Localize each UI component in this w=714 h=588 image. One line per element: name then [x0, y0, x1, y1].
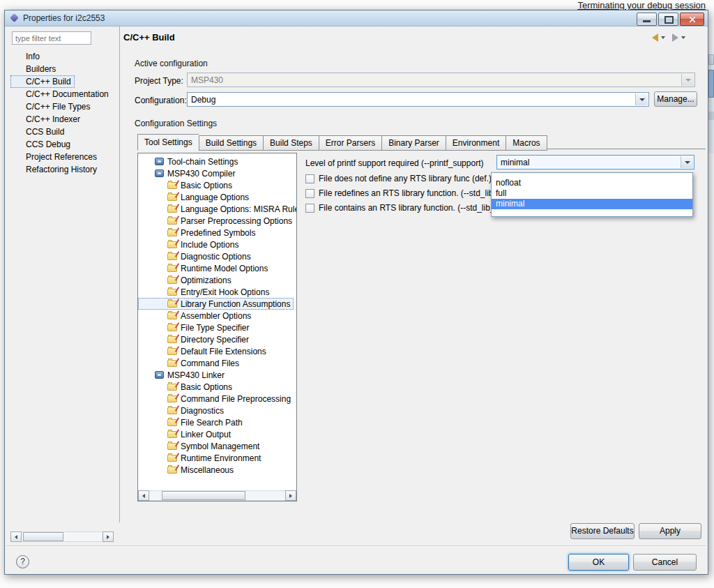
scrollbar-track[interactable]: [149, 490, 285, 501]
dropdown-option-minimal[interactable]: minimal: [492, 199, 692, 209]
panel-sash[interactable]: [119, 26, 120, 522]
tool-tree-item-entry-exit-hook-options[interactable]: Entry/Exit Hook Options: [138, 286, 296, 298]
footer-separator: [6, 545, 706, 547]
sidebar-horizontal-scrollbar[interactable]: [10, 532, 114, 542]
tool-tree-item-miscellaneous[interactable]: Miscellaneous: [138, 464, 296, 476]
tool-tree-item-tool-chain-settings[interactable]: Tool-chain Settings: [138, 156, 296, 167]
tool-tree-item-symbol-management[interactable]: Symbol Management: [138, 440, 296, 452]
tool-tree-item-command-files[interactable]: Command Files: [138, 357, 296, 369]
background-scrollbar-thumb[interactable]: [708, 70, 714, 98]
minimize-button-icon[interactable]: [637, 13, 657, 26]
tool-tree-item-msp430-linker[interactable]: MSP430 Linker: [138, 369, 296, 381]
sidebar-item-c-c-file-types[interactable]: C/C++ File Types: [10, 100, 93, 113]
scrollbar-thumb[interactable]: [23, 532, 63, 541]
sidebar-item-project-references[interactable]: Project References: [10, 151, 100, 163]
checkbox-row-1: File does not define any RTS library fun…: [305, 173, 499, 184]
tool-tree-item-runtime-model-options[interactable]: Runtime Model Options: [138, 262, 296, 274]
printf-support-label: Level of printf support required (--prin…: [305, 158, 483, 168]
close-button-icon[interactable]: [680, 13, 704, 26]
folder-icon: [167, 324, 177, 331]
dropdown-option-full[interactable]: full: [492, 188, 692, 199]
tool-tree-item-command-file-preprocessing[interactable]: Command File Preprocessing: [138, 393, 296, 405]
sidebar-item-c-c-documentation[interactable]: C/C++ Documentation: [10, 88, 112, 100]
scroll-right-icon[interactable]: [285, 490, 296, 501]
tab-environment[interactable]: Environment: [446, 135, 506, 151]
scrollbar-track[interactable]: [22, 532, 102, 542]
tool-tree-item-assembler-options[interactable]: Assembler Options: [138, 310, 296, 322]
tool-tree-item-language-options[interactable]: Language Options: [138, 191, 296, 203]
tool-tree-item-file-type-specifier[interactable]: File Type Specifier: [138, 322, 296, 333]
sidebar-item-refactoring-history[interactable]: Refactoring History: [10, 163, 100, 176]
folder-icon: [167, 395, 177, 402]
sidebar-item-ccs-debug[interactable]: CCS Debug: [10, 138, 74, 151]
tool-tree-item-library-function-assumptions[interactable]: Library Function Assumptions: [138, 298, 294, 310]
tool-tree-item-basic-options[interactable]: Basic Options: [138, 381, 296, 393]
folder-icon: [167, 443, 177, 450]
folder-icon: [167, 241, 177, 248]
sidebar-item-builders[interactable]: Builders: [10, 63, 59, 75]
tab-build-steps[interactable]: Build Steps: [263, 135, 319, 151]
sidebar-item-info[interactable]: Info: [10, 50, 43, 63]
scroll-left-icon[interactable]: [10, 532, 22, 542]
tree-horizontal-scrollbar[interactable]: [138, 490, 296, 501]
dropdown-option-nofloat[interactable]: nofloat: [492, 178, 692, 188]
tool-tree-item-file-search-path[interactable]: File Search Path: [138, 416, 296, 428]
tab-binary-parser[interactable]: Binary Parser: [381, 135, 446, 151]
tool-tree-item-runtime-environment[interactable]: Runtime Environment: [138, 452, 296, 464]
settings-tabs: Tool SettingsBuild SettingsBuild StepsEr…: [137, 134, 547, 151]
scroll-left-icon[interactable]: [138, 490, 149, 501]
sidebar-item-c-c-build[interactable]: C/C++ Build: [10, 75, 75, 88]
tab-build-settings[interactable]: Build Settings: [199, 135, 263, 151]
tool-tree-item-optimizations[interactable]: Optimizations: [138, 274, 296, 286]
folder-icon: [167, 348, 177, 355]
forward-menu-chevron-icon[interactable]: [681, 36, 685, 39]
back-icon[interactable]: [652, 33, 658, 42]
folder-icon: [167, 384, 177, 391]
chevron-down-icon[interactable]: [681, 156, 693, 168]
tool-tree-item-language-options-misra-rules[interactable]: Language Options: MISRA Rules: [138, 203, 296, 215]
checkbox-icon[interactable]: [305, 189, 314, 198]
folder-icon: [167, 194, 177, 201]
toolchain-icon: [155, 169, 164, 177]
forward-icon[interactable]: [672, 33, 678, 42]
tab-tool-settings[interactable]: Tool Settings: [137, 134, 199, 151]
tool-tree-item-directory-specifier[interactable]: Directory Specifier: [138, 333, 296, 345]
window-controls: [637, 13, 704, 26]
tool-tree-item-basic-options[interactable]: Basic Options: [138, 179, 296, 191]
sidebar-item-ccs-build[interactable]: CCS Build: [10, 126, 68, 138]
folder-icon: [167, 455, 177, 462]
filter-input[interactable]: [12, 31, 91, 45]
restore-defaults-button[interactable]: Restore Defaults: [570, 523, 635, 539]
title-bar[interactable]: Properties for i2c2553: [5, 10, 708, 27]
folder-icon: [167, 419, 177, 426]
manage-button[interactable]: Manage...: [654, 91, 697, 107]
scroll-right-icon[interactable]: [102, 532, 114, 542]
maximize-button-icon[interactable]: [658, 13, 678, 26]
tool-tree-item-include-options[interactable]: Include Options: [138, 239, 296, 250]
ok-button[interactable]: OK: [568, 554, 629, 571]
tool-tree-item-diagnostics[interactable]: Diagnostics: [138, 405, 296, 416]
printf-support-combo[interactable]: minimal: [496, 155, 694, 169]
tool-tree-item-msp430-compiler[interactable]: MSP430 Compiler: [138, 167, 296, 179]
sidebar-item-c-c-indexer[interactable]: C/C++ Indexer: [10, 113, 84, 126]
tab-error-parsers[interactable]: Error Parsers: [319, 135, 381, 151]
background-scrollbar-arrow[interactable]: [708, 54, 714, 65]
tool-tree-item-parser-preprocessing-options[interactable]: Parser Preprocessing Options: [138, 215, 296, 227]
checkbox-row-3: File contains an RTS library function. (…: [305, 202, 497, 213]
checkbox-icon[interactable]: [305, 204, 314, 213]
apply-button[interactable]: Apply: [639, 523, 701, 539]
cancel-button[interactable]: Cancel: [633, 554, 697, 571]
folder-icon: [167, 467, 177, 474]
tool-tree-item-linker-output[interactable]: Linker Output: [138, 428, 296, 440]
back-menu-chevron-icon[interactable]: [661, 36, 665, 39]
chevron-down-icon[interactable]: [635, 93, 648, 105]
tool-tree-item-diagnostic-options[interactable]: Diagnostic Options: [138, 250, 296, 262]
checkbox-icon[interactable]: [305, 174, 314, 183]
tool-tree-item-predefined-symbols[interactable]: Predefined Symbols: [138, 227, 296, 239]
printf-support-value: minimal: [501, 158, 680, 167]
help-button[interactable]: ?: [16, 555, 29, 568]
tab-macros[interactable]: Macros: [506, 135, 547, 151]
configuration-combo[interactable]: Debug: [187, 92, 649, 107]
tool-tree-item-default-file-extensions[interactable]: Default File Extensions: [138, 345, 296, 357]
scrollbar-thumb[interactable]: [162, 491, 245, 500]
